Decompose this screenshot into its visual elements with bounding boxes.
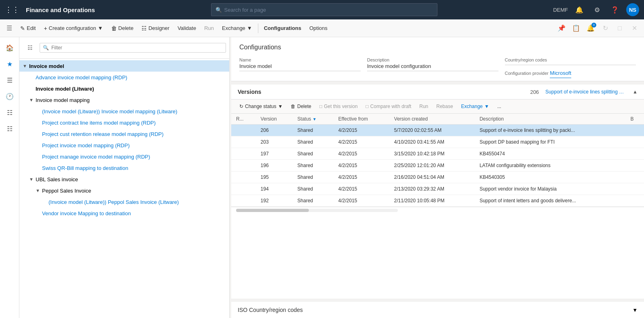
home-icon[interactable]: 🏠 <box>2 40 17 55</box>
table-row[interactable]: 192Shared4/2/20152/11/2020 10:05:48 PMSu… <box>231 195 644 207</box>
iso-collapse-icon[interactable]: ▼ <box>632 307 638 313</box>
provider-value[interactable]: Microsoft <box>550 70 571 78</box>
tree-item-project-contract[interactable]: Project contract line items model mappin… <box>19 117 229 128</box>
grid-icon[interactable]: ☷ <box>2 105 17 120</box>
menu-toggle-button[interactable]: ☰ <box>3 23 15 34</box>
tree-content: ▼ Invoice model Advance invoice model ma… <box>19 59 229 318</box>
user-avatar[interactable]: NS <box>626 3 639 16</box>
versions-delete-button[interactable]: 🗑 Delete <box>287 102 315 111</box>
h-scrollbar-thumb[interactable] <box>236 209 309 212</box>
get-version-icon: □ <box>319 104 322 109</box>
refresh-small-icon: ↻ <box>239 104 243 109</box>
field-group-desc: Description Invoice model configuration <box>367 57 498 76</box>
star-icon[interactable]: ★ <box>2 57 17 71</box>
col-version: Version <box>256 114 293 125</box>
tree-item-advance-invoice[interactable]: Advance invoice model mapping (RDP) <box>19 72 229 83</box>
tree-item-label-vendor: Vendor invoice Mapping to destination <box>42 210 131 216</box>
cell-description: Support DP based mapping for FTI <box>475 136 625 148</box>
cell-b <box>625 136 644 148</box>
tree-item-project-invoice[interactable]: Project invoice model mapping (RDP) <box>19 140 229 151</box>
tree-item-peppol-litware[interactable]: (Invoice model (Litware)) Peppol Sales I… <box>19 196 229 208</box>
tree-item-invoice-litware[interactable]: Invoice model (Litware) <box>19 83 229 94</box>
iso-section: ISO Country/region codes ▼ <box>231 302 644 318</box>
search-bar[interactable]: 🔍 <box>211 3 437 16</box>
tree-item-project-manage[interactable]: Project manage invoice model mapping (RD… <box>19 151 229 162</box>
pin-icon[interactable]: 📌 <box>555 22 568 35</box>
status-filter-icon[interactable]: ▼ <box>312 117 317 121</box>
list-menu-icon[interactable]: ☰ <box>2 73 17 87</box>
top-nav: ⋮⋮ Finance and Operations 🔍 DEMF 🔔 ⚙ ❓ N… <box>0 0 644 19</box>
cell-status: Shared <box>293 148 334 160</box>
cell-effectiveFrom: 4/2/2015 <box>334 183 389 195</box>
cell-description: KB4540305 <box>475 172 625 183</box>
cell-versionCreated: 4/10/2020 03:41:55 AM <box>389 136 475 148</box>
designer-icon: ☷ <box>141 25 147 32</box>
lines-icon[interactable]: ☷ <box>2 121 17 136</box>
versions-table-wrap: R... Version Status ▼ Effective from Ver… <box>231 114 644 207</box>
notification-badge-icon[interactable]: 🔔0 <box>584 22 597 35</box>
table-row[interactable]: 197Shared4/2/20153/15/2020 10:42:18 PMKB… <box>231 148 644 160</box>
more-button[interactable]: ... <box>494 102 505 111</box>
field-group-country: Country/region codes Configuration provi… <box>505 57 636 76</box>
clock-icon[interactable]: 🕐 <box>2 89 17 104</box>
cell-version: 195 <box>256 172 293 183</box>
settings-icon[interactable]: ⚙ <box>591 3 604 16</box>
table-row[interactable]: 196Shared4/2/20152/25/2020 12:01:20 AMLA… <box>231 160 644 172</box>
help-icon[interactable]: ❓ <box>608 3 621 16</box>
cell-b <box>625 148 644 160</box>
search-input[interactable] <box>224 7 433 13</box>
notification-icon[interactable]: 🔔 <box>573 3 586 16</box>
bookmark-icon[interactable]: 📋 <box>570 22 583 35</box>
table-row[interactable]: 195Shared4/2/20152/16/2020 04:51:04 AMKB… <box>231 172 644 183</box>
filter-toggle-icon[interactable]: ☷ <box>23 40 37 55</box>
cell-b <box>625 172 644 183</box>
designer-button[interactable]: ☷ Designer <box>138 23 173 33</box>
restore-icon[interactable]: □ <box>613 22 626 35</box>
desc-value: Invoice model configuration <box>367 63 498 71</box>
change-status-chevron: ▼ <box>278 104 283 109</box>
tree-item-vendor-invoice[interactable]: Vendor invoice Mapping to destination <box>19 208 229 219</box>
tree-item-ubl[interactable]: ▼ UBL Sales invoice <box>19 174 229 185</box>
edit-button[interactable]: ✎ Edit <box>17 23 39 33</box>
table-row[interactable]: 203Shared4/2/20154/10/2020 03:41:55 AMSu… <box>231 136 644 148</box>
cell-version: 206 <box>256 125 293 136</box>
compare-with-draft-button[interactable]: □ Compare with draft <box>363 102 415 111</box>
rebase-button[interactable]: Rebase <box>433 102 456 111</box>
table-row[interactable]: 206Shared4/2/20155/7/2020 02:02:55 AMSup… <box>231 125 644 136</box>
refresh-icon[interactable]: ↻ <box>599 22 612 35</box>
change-status-button[interactable]: ↻ Change status ▼ <box>236 102 286 111</box>
versions-section: Versions 206 Support of e-invoice lines … <box>231 85 644 299</box>
expand-icon-invoice-model: ▼ <box>23 64 29 68</box>
filter-input[interactable] <box>40 43 226 53</box>
configurations-button[interactable]: Configurations <box>261 23 304 33</box>
country-label: Country/region codes <box>505 57 636 62</box>
close-icon[interactable]: ✕ <box>628 22 641 35</box>
exchange-button[interactable]: Exchange ▼ <box>219 23 255 33</box>
h-scrollbar[interactable] <box>236 209 398 212</box>
tree-item-mapping-litware[interactable]: (Invoice model (Litware)) Invoice model … <box>19 106 229 117</box>
versions-run-button[interactable]: Run <box>416 102 431 111</box>
table-row[interactable]: 194Shared4/2/20152/13/2020 03:29:32 AMSu… <box>231 183 644 195</box>
tree-item-peppol[interactable]: ▼ Peppol Sales Invoice <box>19 185 229 196</box>
versions-exchange-button[interactable]: Exchange ▼ <box>458 102 492 111</box>
cell-b <box>625 160 644 172</box>
delete-button[interactable]: 🗑 Delete <box>108 23 137 33</box>
tree-item-swiss-qr[interactable]: Swiss QR-Bill mapping to destination <box>19 162 229 174</box>
top-nav-right: DEMF 🔔 ⚙ ❓ NS <box>553 3 639 16</box>
tree-item-invoice-mapping[interactable]: ▼ Invoice model mapping <box>19 94 229 106</box>
expand-icon-ubl: ▼ <box>29 177 36 182</box>
run-button[interactable]: Run <box>201 23 217 33</box>
get-this-version-button[interactable]: □ Get this version <box>316 102 361 111</box>
options-button[interactable]: Options <box>306 23 331 33</box>
grid-menu-icon[interactable]: ⋮⋮ <box>5 5 19 14</box>
cell-effectiveFrom: 4/2/2015 <box>334 160 389 172</box>
cell-versionCreated: 2/13/2020 03:29:32 AM <box>389 183 475 195</box>
versions-collapse-icon[interactable]: ▲ <box>633 89 638 95</box>
col-effective-from: Effective from <box>334 114 389 125</box>
provider-group: Configuration provider Microsoft <box>505 70 636 76</box>
tree-item-project-cust[interactable]: Project cust retention release model map… <box>19 128 229 140</box>
validate-button[interactable]: Validate <box>174 23 199 33</box>
tree-item-invoice-model[interactable]: ▼ Invoice model <box>19 60 229 72</box>
col-status: Status ▼ <box>293 114 334 125</box>
create-config-button[interactable]: + Create configuration ▼ <box>40 23 106 33</box>
